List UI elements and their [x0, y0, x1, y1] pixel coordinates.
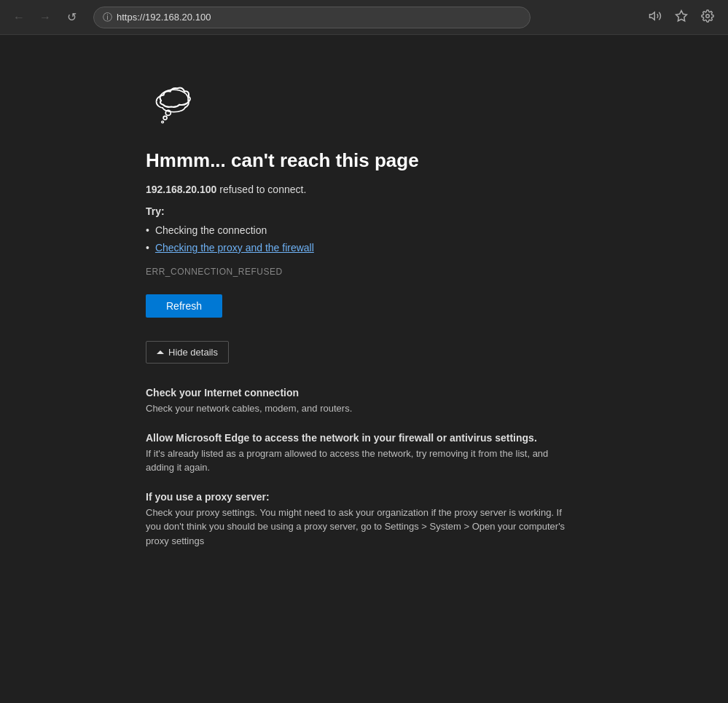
svg-point-11	[163, 116, 167, 119]
read-aloud-icon	[649, 9, 662, 25]
read-aloud-button[interactable]	[643, 6, 667, 29]
details-section: Check your Internet connection Check you…	[146, 387, 568, 548]
error-code: ERR_CONNECTION_REFUSED	[146, 267, 728, 277]
error-subtext-rest: refused to connect.	[216, 184, 306, 195]
settings-icon	[701, 9, 714, 25]
detail-firewall: Allow Microsoft Edge to access the netwo…	[146, 432, 568, 475]
hide-details-button[interactable]: Hide details	[146, 341, 229, 364]
suggestion-1: Checking the connection	[146, 224, 728, 236]
settings-button[interactable]	[696, 6, 719, 29]
browser-chrome: ← → ↺ ⓘ https://192.168.20.100	[0, 0, 728, 35]
error-domain: 192.168.20.100	[146, 184, 216, 195]
back-icon: ←	[13, 11, 25, 24]
svg-marker-0	[676, 10, 687, 20]
suggestions-list: Checking the connection Checking the pro…	[146, 224, 728, 254]
detail-internet-connection: Check your Internet connection Check you…	[146, 387, 568, 416]
try-label: Try:	[146, 205, 728, 217]
chevron-up-icon	[157, 350, 164, 354]
hide-details-label: Hide details	[168, 347, 218, 358]
error-icon	[146, 79, 728, 132]
refresh-button[interactable]: Refresh	[146, 294, 222, 318]
back-button[interactable]: ←	[9, 7, 29, 28]
suggestion-2-link[interactable]: Checking the proxy and the firewall	[155, 242, 314, 254]
detail-firewall-body: If it's already listed as a program allo…	[146, 447, 568, 475]
detail-internet-body: Check your network cables, modem, and ro…	[146, 401, 568, 416]
detail-internet-heading: Check your Internet connection	[146, 387, 568, 398]
detail-firewall-heading: Allow Microsoft Edge to access the netwo…	[146, 432, 568, 444]
svg-point-12	[162, 121, 164, 123]
favorites-button[interactable]	[670, 6, 693, 29]
suggestion-2[interactable]: Checking the proxy and the firewall	[146, 242, 728, 254]
svg-point-1	[706, 14, 710, 17]
detail-proxy: If you use a proxy server: Check your pr…	[146, 491, 568, 549]
error-subtext: 192.168.20.100 refused to connect.	[146, 184, 728, 195]
info-icon: ⓘ	[103, 11, 112, 24]
detail-proxy-body: Check your proxy settings. You might nee…	[146, 506, 568, 549]
address-bar[interactable]: ⓘ https://192.168.20.100	[93, 7, 531, 28]
url-text: https://192.168.20.100	[117, 12, 211, 23]
suggestion-1-text: Checking the connection	[155, 224, 267, 236]
error-heading: Hmmm... can't reach this page	[146, 149, 728, 172]
browser-actions	[643, 6, 719, 29]
detail-proxy-heading: If you use a proxy server:	[146, 491, 568, 503]
forward-button[interactable]: →	[35, 7, 55, 28]
refresh-nav-button[interactable]: ↺	[61, 7, 82, 28]
forward-icon: →	[39, 11, 51, 24]
refresh-nav-icon: ↺	[67, 10, 77, 24]
favorites-icon	[675, 9, 688, 25]
page-content: Hmmm... can't reach this page 192.168.20…	[0, 35, 728, 703]
